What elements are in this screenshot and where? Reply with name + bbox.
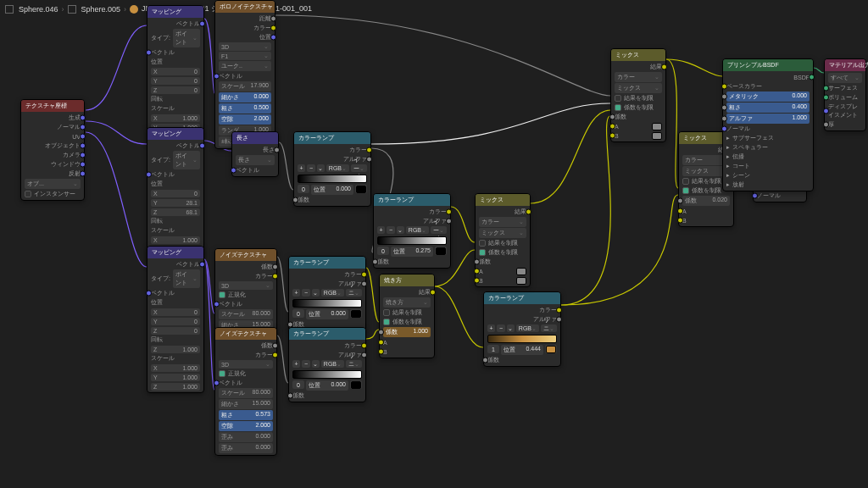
node-colorramp-3[interactable]: カラーランプ カラー アルファ +−⌄RGBリニア 0位置0.000 係数 [288, 256, 366, 331]
out-object: オブジェクト [25, 141, 81, 150]
type-drop[interactable]: タイプ:ポイント [151, 151, 200, 169]
drop-feat[interactable]: F1 [219, 52, 271, 60]
out-vector: ベクトル [151, 141, 200, 150]
in-vector: ベクトル [236, 166, 275, 175]
mesh-icon [68, 5, 76, 14]
crumb-mesh[interactable]: Sphere.005 [81, 5, 121, 14]
node-header[interactable]: カラーランプ [294, 132, 370, 144]
out-vector: ベクトル [151, 19, 200, 28]
out-pos: 位置 [219, 33, 271, 42]
node-material-output[interactable]: マテリアル出力 すべて サーフェス ボリューム ディスプレイスメント 厚 [824, 58, 866, 131]
node-noise-2[interactable]: ノイズテクスチャ 係数 カラー 3D 正規化 ベクトル スケール80.000 細… [214, 327, 277, 456]
gradient[interactable] [298, 175, 367, 183]
node-mix-2[interactable]: ミックス 結果 カラー ミックス 結果を制限 係数を制限 係数 A B [475, 193, 531, 287]
out-generated: 生成 [25, 114, 81, 122]
node-mapping-3[interactable]: マッピング ベクトル タイプ:ポイント ベクトル 位置 X0 Y0 Z0 回転 … [147, 246, 204, 393]
out-normal: ノーマル [25, 123, 81, 131]
rot-label: 回転 [151, 217, 200, 225]
drop-dim[interactable]: 3D [219, 42, 271, 51]
loc-label: 位置 [151, 58, 200, 66]
f-rough[interactable]: 粗さ0.500 [219, 103, 271, 114]
in-vector: ベクトル [151, 48, 200, 57]
out-uv: UV [25, 132, 81, 141]
node-mix-1[interactable]: ミックス 結果 カラー ミックス 結果を制限 係数を制限 係数 A B [610, 48, 666, 142]
f-lac[interactable]: 空隙2.000 [219, 114, 271, 125]
node-colorramp-4[interactable]: カラーランプ カラー アルファ +−⌄RGBリニア 0位置0.000 係数 [288, 327, 366, 402]
scale-label: スケール [151, 104, 200, 113]
node-colorramp-2[interactable]: カラーランプ カラー アルファ +−⌄RGBイーズ 0位置0.275 係数 [373, 193, 451, 269]
node-header[interactable]: マッピング [147, 128, 203, 140]
scale-label: スケール [151, 226, 200, 235]
node-mapping-1[interactable]: マッピング ベクトル タイプ:ポイント ベクトル 位置 X0 Y0 Z0 回転 … [147, 5, 204, 143]
node-length[interactable]: 長さ 長さ 長さ ベクトル [231, 131, 279, 177]
crumb-obj[interactable]: Sphere.046 [19, 5, 58, 14]
rot-label: 回転 [151, 95, 200, 103]
material-icon [130, 5, 138, 14]
node-header[interactable]: テクスチャ座標 [21, 100, 84, 112]
node-voronoi[interactable]: ボロノイテクスチャ 距離 カラー 位置 3D F1 ユーク.. ベクトル スケー… [214, 0, 275, 149]
loc-label: 位置 [151, 180, 200, 188]
node-mapping-2[interactable]: マッピング ベクトル タイプ:ポイント ベクトル 位置 X0 Y28.1 Z68… [147, 127, 204, 265]
out-color: カラー [219, 24, 271, 32]
node-texcoord[interactable]: テクスチャ座標 生成 ノーマル UV オブジェクト カメラ ウィンドウ 反射 オ… [20, 99, 85, 201]
type-drop[interactable]: タイプ:ポイント [151, 29, 200, 47]
out-value: 長さ [236, 146, 275, 154]
object-field[interactable]: オブ... [25, 179, 81, 189]
chevron-icon: › [124, 5, 126, 14]
mesh-icon [5, 5, 14, 14]
node-colorramp-1[interactable]: カラーランプ カラー アルファ +−⌄RGBイーズ 0位置0.000 係数 [293, 131, 371, 207]
drop-dist[interactable]: ユーク.. [219, 61, 271, 71]
f-scale[interactable]: スケール17.900 [219, 81, 271, 92]
loc-x[interactable]: X0 [151, 67, 200, 75]
node-colorramp-5[interactable]: カラーランプ カラー アルファ +−⌄RGBリニア 1位置0.444 係数 [483, 291, 561, 367]
node-header[interactable]: ボロノイテクスチャ [215, 1, 275, 13]
out-window: ウィンドウ [25, 160, 81, 169]
in-vector: ベクトル [219, 72, 271, 80]
loc-z[interactable]: Z0 [151, 86, 200, 94]
node-header[interactable]: 長さ [232, 132, 278, 144]
node-header[interactable]: マッピング [147, 6, 203, 18]
chevron-icon: › [62, 5, 64, 14]
node-header[interactable]: ノイズテクスチャ [215, 328, 276, 340]
in-vector: ベクトル [151, 170, 200, 179]
scale-x[interactable]: X1.000 [151, 114, 200, 122]
instancer-check[interactable]: インスタンサー [25, 190, 81, 198]
f-detail[interactable]: 細かさ0.000 [219, 92, 271, 103]
node-burn[interactable]: 焼き方 結果 焼き方 結果を制限 係数を制限 係数1.000 A B [379, 274, 435, 358]
out-distance: 距離 [219, 14, 271, 23]
node-header[interactable]: ノイズテクスチャ [215, 249, 276, 261]
out-camera: カメラ [25, 151, 81, 159]
out-reflection: 反射 [25, 169, 81, 178]
loc-y[interactable]: Y0 [151, 76, 200, 85]
node-principled-bsdf[interactable]: プリンシプルBSDF BSDF ベースカラー メタリック0.000 粗さ0.40… [722, 58, 814, 191]
node-header[interactable]: マッピング [147, 247, 203, 258]
